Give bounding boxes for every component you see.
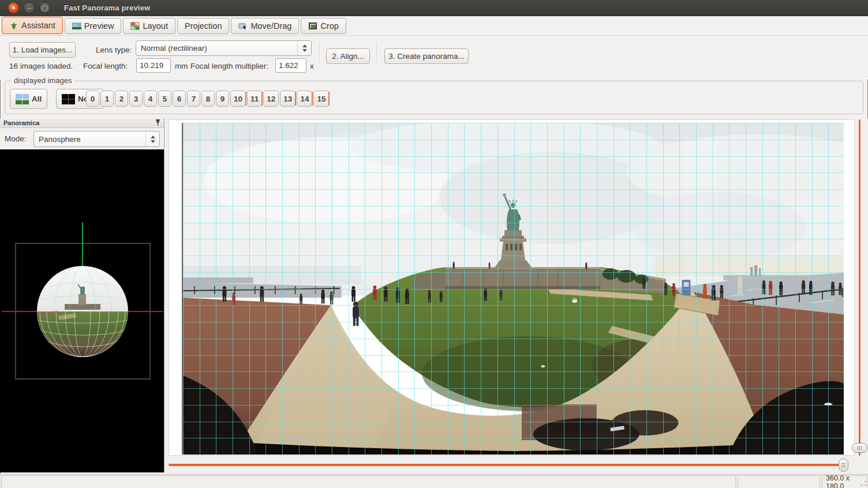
- load-images-button[interactable]: 1. Load images...: [9, 42, 76, 58]
- image-toggle-buttons: 0123456789101112131415: [86, 91, 330, 107]
- lens-type-value: Normal (rectilinear): [141, 44, 207, 52]
- tab-move-drag[interactable]: Move/Drag: [231, 18, 299, 34]
- horizontal-fov-slider-track[interactable]: [169, 464, 843, 466]
- panorama-image[interactable]: [182, 123, 844, 455]
- tab-label: Move/Drag: [250, 21, 291, 31]
- assistant-icon: [9, 21, 18, 29]
- status-cell-main: [1, 475, 736, 488]
- image-toggle-6[interactable]: 6: [173, 91, 186, 107]
- image-toggle-0[interactable]: 0: [86, 91, 99, 107]
- fast-panorama-preview-window: × – ▢ Fast Panorama preview Assistant GL…: [0, 0, 868, 488]
- panoramica-pane: Panoramica Mode: Panosphere: [0, 118, 164, 472]
- focal-length-input[interactable]: [136, 58, 171, 73]
- align-button[interactable]: 2. Align...: [326, 48, 370, 64]
- spinner-arrows-icon[interactable]: [145, 132, 159, 147]
- no-images-icon: [62, 94, 75, 104]
- image-toggle-2[interactable]: 2: [115, 91, 128, 107]
- tab-preview[interactable]: GL Preview: [65, 18, 122, 34]
- mode-row: Mode: Panosphere: [0, 128, 164, 149]
- displayed-images-group: displayed images All None 01234567891011…: [5, 81, 863, 114]
- image-toggle-15[interactable]: 15: [313, 91, 329, 107]
- focal-length-unit: mm: [175, 62, 188, 70]
- image-toggle-13[interactable]: 13: [280, 91, 295, 107]
- tab-label: Assistant: [21, 21, 55, 30]
- panoramica-title: Panoramica: [3, 119, 155, 126]
- resize-grip[interactable]: [860, 481, 866, 486]
- panosphere-viewport[interactable]: [0, 149, 164, 472]
- mode-select[interactable]: Panosphere: [33, 131, 160, 147]
- status-cell-middle: [738, 475, 820, 488]
- mode-label: Mode:: [5, 134, 27, 143]
- panoramica-header: Panoramica: [0, 118, 164, 128]
- tab-layout[interactable]: Layout: [123, 18, 175, 34]
- tab-assistant[interactable]: Assistant: [2, 17, 63, 34]
- status-bar: 360.0 x 180.0: [0, 474, 868, 488]
- window-title: Fast Panorama preview: [64, 3, 150, 12]
- images-loaded-text: 16 images loaded.: [9, 62, 73, 70]
- image-toggle-8[interactable]: 8: [201, 91, 215, 107]
- displayed-images-legend: displayed images: [11, 76, 74, 85]
- lens-type-select[interactable]: Normal (rectilinear): [136, 40, 312, 56]
- layout-icon: [130, 22, 140, 30]
- tab-crop[interactable]: Crop: [301, 18, 346, 34]
- focal-length-label: Focal length:: [83, 62, 128, 70]
- vertical-fov-slider-track[interactable]: [859, 119, 860, 456]
- titlebar: × – ▢ Fast Panorama preview: [0, 0, 868, 16]
- focal-multiplier-unit: x: [310, 62, 314, 70]
- preview-grid-overlay: [183, 123, 844, 455]
- tab-label: Layout: [143, 21, 168, 31]
- crop-icon: [308, 22, 317, 30]
- tab-label: Preview: [84, 21, 114, 31]
- tab-bar: Assistant GL Preview Layout Projection M…: [0, 16, 868, 36]
- focal-multiplier-input[interactable]: [275, 58, 306, 73]
- image-toggle-1[interactable]: 1: [100, 91, 114, 107]
- mode-value: Panosphere: [39, 135, 81, 144]
- spinner-arrows-icon[interactable]: [297, 41, 311, 55]
- all-label: All: [32, 95, 42, 103]
- panosphere-render: [0, 149, 164, 472]
- minimize-button[interactable]: –: [24, 2, 35, 13]
- assistant-toolbar: 1. Load images... Lens type: Normal (rec…: [0, 36, 868, 80]
- show-all-button[interactable]: All: [10, 89, 47, 109]
- image-toggle-9[interactable]: 9: [216, 91, 229, 107]
- preview-area: [165, 118, 868, 474]
- image-toggle-3[interactable]: 3: [129, 91, 143, 107]
- image-toggle-12[interactable]: 12: [263, 91, 279, 107]
- move-drag-icon: [238, 22, 248, 30]
- close-button[interactable]: ×: [8, 2, 19, 13]
- image-toggle-11[interactable]: 11: [247, 91, 262, 107]
- pin-icon[interactable]: [155, 118, 160, 128]
- all-images-icon: [16, 94, 29, 104]
- horizontal-fov-slider-handle[interactable]: [839, 459, 848, 472]
- tab-projection[interactable]: Projection: [177, 18, 229, 34]
- lens-type-label: Lens type:: [96, 46, 132, 54]
- tab-label: Projection: [185, 21, 222, 31]
- toolbar-separator: [319, 43, 320, 62]
- image-toggle-4[interactable]: 4: [144, 91, 157, 107]
- maximize-button[interactable]: ▢: [39, 2, 50, 13]
- vertical-fov-slider-handle[interactable]: [852, 443, 867, 453]
- toolbar-separator: [376, 43, 377, 62]
- preview-canvas[interactable]: [169, 119, 855, 456]
- image-toggle-5[interactable]: 5: [158, 91, 171, 107]
- preview-icon: GL: [72, 22, 81, 30]
- tab-label: Crop: [320, 21, 338, 31]
- image-toggle-14[interactable]: 14: [297, 91, 312, 107]
- image-toggle-10[interactable]: 10: [230, 91, 246, 107]
- focal-multiplier-label: Focal length multiplier:: [190, 62, 268, 70]
- svg-text:GL: GL: [73, 24, 78, 27]
- image-toggle-7[interactable]: 7: [187, 91, 200, 107]
- create-panorama-button[interactable]: 3. Create panorama...: [384, 48, 469, 64]
